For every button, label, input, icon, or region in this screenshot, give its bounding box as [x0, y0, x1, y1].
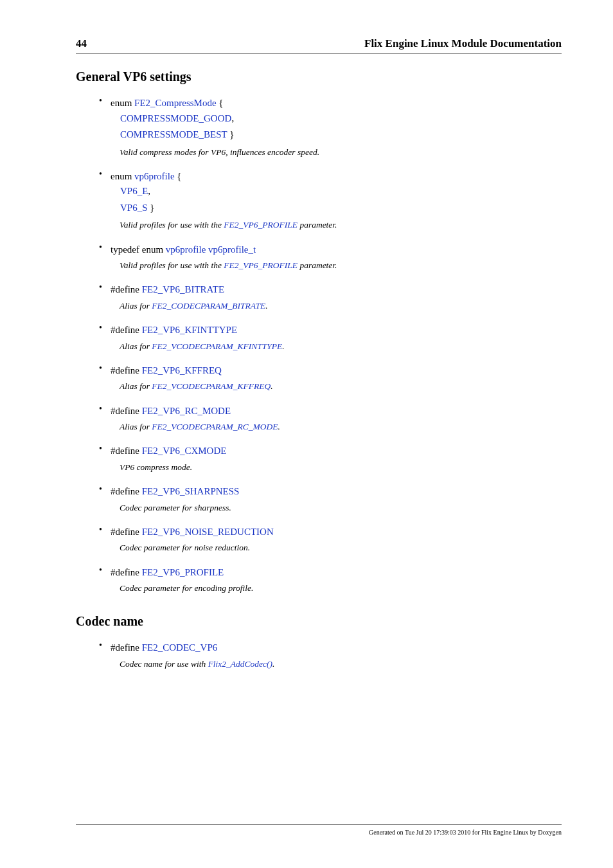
item-suffix: {	[175, 171, 182, 181]
item-prefix: #define	[111, 486, 142, 496]
item-description: Codec parameter for sharpness.	[120, 502, 562, 514]
define-link[interactable]: FE2_VP6_SHARPNESS	[142, 486, 240, 496]
page-footer: Generated on Tue Jul 20 17:39:03 2010 fo…	[76, 824, 562, 836]
item-prefix: #define	[111, 642, 142, 653]
item-description: VP6 compress mode.	[120, 461, 562, 474]
bullet-icon: •	[99, 242, 108, 253]
list-item: • enum FE2_CompressMode { COMPRESSMODE_G…	[99, 96, 562, 159]
list-item: • typedef enum vp6profile vp6profile_t V…	[99, 242, 562, 273]
item-description: Alias for FE2_CODECPARAM_BITRATE.	[120, 300, 562, 312]
doc-title: Flix Engine Linux Module Documentation	[364, 37, 562, 50]
enum-value-link[interactable]: VP6_E	[120, 186, 148, 196]
settings-list: • enum FE2_CompressMode { COMPRESSMODE_G…	[99, 96, 562, 595]
enum-value-link[interactable]: COMPRESSMODE_GOOD	[120, 113, 231, 123]
item-prefix: enum	[111, 98, 134, 108]
item-prefix: #define	[111, 567, 142, 577]
section-title-general: General VP6 settings	[76, 69, 562, 84]
section-title-codec: Codec name	[76, 614, 562, 629]
item-prefix: #define	[111, 527, 142, 537]
list-item: • #define FE2_VP6_KFINTTYPE Alias for FE…	[99, 323, 562, 353]
item-description: Valid compress modes for VP6, influences…	[120, 146, 562, 159]
desc-link[interactable]: FE2_CODECPARAM_BITRATE	[152, 301, 265, 311]
item-prefix: #define	[111, 365, 142, 375]
type-link[interactable]: vp6profile	[166, 244, 206, 255]
list-item: • #define FE2_VP6_BITRATE Alias for FE2_…	[99, 282, 562, 312]
item-prefix: #define	[111, 406, 142, 416]
item-prefix: #define	[111, 446, 142, 456]
item-description: Alias for FE2_VCODECPARAM_KFINTTYPE.	[120, 340, 562, 353]
item-suffix: {	[217, 98, 224, 108]
item-description: Codec parameter for noise reduction.	[120, 541, 562, 554]
enum-link[interactable]: FE2_CompressMode	[134, 98, 217, 108]
bullet-icon: •	[99, 525, 108, 535]
page: 44 Flix Engine Linux Module Documentatio…	[0, 0, 613, 868]
bullet-icon: •	[99, 404, 108, 414]
item-prefix: #define	[111, 325, 142, 335]
desc-link[interactable]: Flix2_AddCodec()	[208, 659, 272, 669]
page-number: 44	[76, 37, 87, 50]
bullet-icon: •	[99, 565, 108, 575]
bullet-icon: •	[99, 282, 108, 293]
define-link[interactable]: FE2_VP6_CXMODE	[142, 446, 227, 456]
desc-link[interactable]: FE2_VCODECPARAM_KFINTTYPE	[152, 341, 282, 351]
page-header: 44 Flix Engine Linux Module Documentatio…	[76, 37, 562, 54]
enum-value-suffix: ,	[148, 186, 150, 196]
enum-value-suffix: }	[148, 203, 155, 213]
bullet-icon: •	[99, 484, 108, 494]
item-prefix: typedef enum	[111, 244, 166, 255]
define-link[interactable]: FE2_VP6_NOISE_REDUCTION	[142, 527, 274, 537]
enum-value-suffix: ,	[231, 113, 234, 123]
define-link[interactable]: FE2_VP6_KFFREQ	[142, 365, 222, 375]
item-description: Alias for FE2_VCODECPARAM_KFFREQ.	[120, 380, 562, 393]
type-link[interactable]: vp6profile_t	[208, 244, 256, 255]
define-link[interactable]: FE2_CODEC_VP6	[142, 642, 218, 653]
define-link[interactable]: FE2_VP6_KFINTTYPE	[142, 325, 237, 335]
list-item: • #define FE2_VP6_SHARPNESS Codec parame…	[99, 484, 562, 514]
bullet-icon: •	[99, 96, 108, 106]
item-description: Valid profiles for use with the FE2_VP6_…	[120, 259, 562, 272]
desc-link[interactable]: FE2_VCODECPARAM_RC_MODE	[152, 422, 278, 431]
item-description: Valid profiles for use with the FE2_VP6_…	[120, 219, 562, 231]
define-link[interactable]: FE2_VP6_BITRATE	[142, 284, 224, 294]
list-item: • #define FE2_CODEC_VP6 Codec name for u…	[99, 640, 562, 671]
list-item: • #define FE2_VP6_KFFREQ Alias for FE2_V…	[99, 363, 562, 393]
bullet-icon: •	[99, 169, 108, 179]
list-item: • #define FE2_VP6_NOISE_REDUCTION Codec …	[99, 525, 562, 555]
list-item: • enum vp6profile { VP6_E, VP6_S } Valid…	[99, 169, 562, 232]
item-prefix: #define	[111, 284, 142, 294]
desc-link[interactable]: FE2_VCODECPARAM_KFFREQ	[152, 381, 271, 391]
define-link[interactable]: FE2_VP6_PROFILE	[142, 567, 224, 577]
desc-link[interactable]: FE2_VP6_PROFILE	[224, 260, 298, 270]
list-item: • #define FE2_VP6_PROFILE Codec paramete…	[99, 565, 562, 595]
bullet-icon: •	[99, 323, 108, 333]
bullet-icon: •	[99, 444, 108, 454]
codec-list: • #define FE2_CODEC_VP6 Codec name for u…	[99, 640, 562, 671]
enum-link[interactable]: vp6profile	[134, 171, 174, 181]
item-description: Alias for FE2_VCODECPARAM_RC_MODE.	[120, 420, 562, 433]
define-link[interactable]: FE2_VP6_RC_MODE	[142, 406, 231, 416]
bullet-icon: •	[99, 363, 108, 374]
list-item: • #define FE2_VP6_RC_MODE Alias for FE2_…	[99, 404, 562, 434]
enum-value-link[interactable]: VP6_S	[120, 203, 148, 213]
item-description: Codec name for use with Flix2_AddCodec()…	[120, 658, 562, 671]
item-prefix: enum	[111, 171, 134, 181]
desc-link[interactable]: FE2_VP6_PROFILE	[224, 220, 298, 230]
item-description: Codec parameter for encoding profile.	[120, 582, 562, 595]
enum-value-suffix: }	[227, 129, 234, 140]
list-item: • #define FE2_VP6_CXMODE VP6 compress mo…	[99, 444, 562, 474]
enum-value-link[interactable]: COMPRESSMODE_BEST	[120, 129, 227, 140]
bullet-icon: •	[99, 640, 108, 651]
